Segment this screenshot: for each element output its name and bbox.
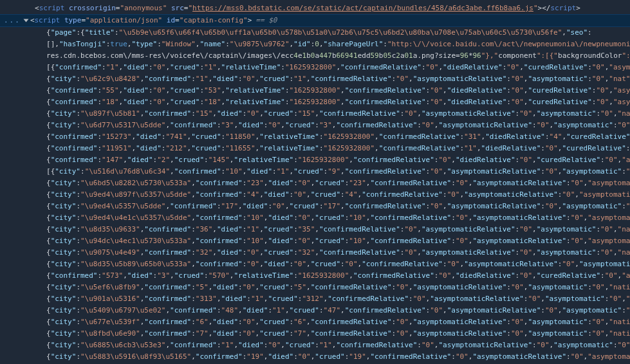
- json-line: {"city":"\u901a\u5316","confirmed":"313"…: [23, 293, 630, 305]
- json-line: [],"hasTongji":true,"type":"Window","nam…: [23, 39, 630, 50]
- json-line: {"city":"\u9ed4\u897f\u5357\u5dde","conf…: [23, 189, 630, 201]
- script-id-value: captain-config: [183, 16, 243, 24]
- json-line: {"confirmed":"147","died":"2","crued":"1…: [23, 154, 630, 166]
- json-line: {"confirmed":"15273","died":"741","crued…: [23, 131, 630, 143]
- json-line: {"city":"\u8fbd\u6e90","confirmed":"7","…: [23, 328, 630, 340]
- json-line: {"city":"\u9ed4\u4e1c\u5357\u5dde","conf…: [23, 212, 630, 224]
- json-line: {"city":"\u8d35\u5b89\u65b0\u533a","conf…: [23, 259, 630, 270]
- json-line: {"city":"\u5409\u6797\u5e02","confirmed"…: [23, 305, 630, 316]
- devtools-selection-marker: == $0: [255, 15, 277, 26]
- json-line: {"confirmed":"55","died":"0","crued":"53…: [23, 85, 630, 96]
- json-line: {"page":{"title":"\u5b9e\u65f6\u66f4\u65…: [23, 27, 630, 39]
- selected-element-row[interactable]: ... <script type="application/json" id="…: [0, 14, 630, 27]
- json-line: {"city":"\u6d77\u5317\u5dde","confirmed"…: [23, 120, 630, 131]
- script-src-value: https://mss0.bdstatic.com/se/static/act/…: [192, 4, 533, 12]
- json-line: {"city":"\u6bd5\u8282\u5730\u533a","conf…: [23, 177, 630, 189]
- code-editor[interactable]: <script crossorigin="anonymous" src="htt…: [0, 0, 630, 364]
- json-line: [{"confirmed":"1","died":"0","crued":"1"…: [23, 62, 630, 73]
- crossorigin-value: anonymous: [124, 4, 163, 12]
- gutter-dots: ...: [4, 15, 21, 26]
- json-line: {"city":"\u5ef6\u8fb9","confirmed":"5","…: [23, 282, 630, 293]
- json-line: {"confirmed":"573","died":"3","crued":"5…: [23, 270, 630, 282]
- expand-toggle-icon[interactable]: [23, 19, 28, 23]
- json-line: {"city":"\u897f\u5b81","confirmed":"15",…: [23, 108, 630, 120]
- json-line: {"city":"\u8d35\u9633","confirmed":"36",…: [23, 224, 630, 235]
- json-line: {"city":"\u5883\u5916\u8f93\u5165","conf…: [23, 351, 630, 363]
- html-line-script-external: <script crossorigin="anonymous" src="htt…: [23, 3, 630, 14]
- json-line: {"city":"\u9075\u4e49","confirmed":"32",…: [23, 247, 630, 259]
- json-line: {"city":"\u94dc\u4ec1\u5730\u533a","conf…: [23, 235, 630, 247]
- json-line: {"city":"\u6885\u6cb3\u53e3","confirmed"…: [23, 340, 630, 351]
- json-line: {"confirmed":"11951","died":"212","crued…: [23, 143, 630, 154]
- json-line: {"confirmed":"18","died":"0","crued":"18…: [23, 96, 630, 108]
- json-line: {"city":"\u62c9\u8428","confirmed":"1","…: [23, 73, 630, 85]
- script-type-value: application/json: [90, 16, 158, 24]
- json-line: {"city":"\u9ed4\u5357\u5dde","confirmed"…: [23, 201, 630, 212]
- json-line: [{"city":"\u516d\u76d8\u6c34","confirmed…: [23, 166, 630, 177]
- json-line: res.cdn.bcebos.com\/mms-res\/voicefe\/ca…: [23, 50, 630, 62]
- json-line: {"city":"\u677e\u539f","confirmed":"6","…: [23, 316, 630, 328]
